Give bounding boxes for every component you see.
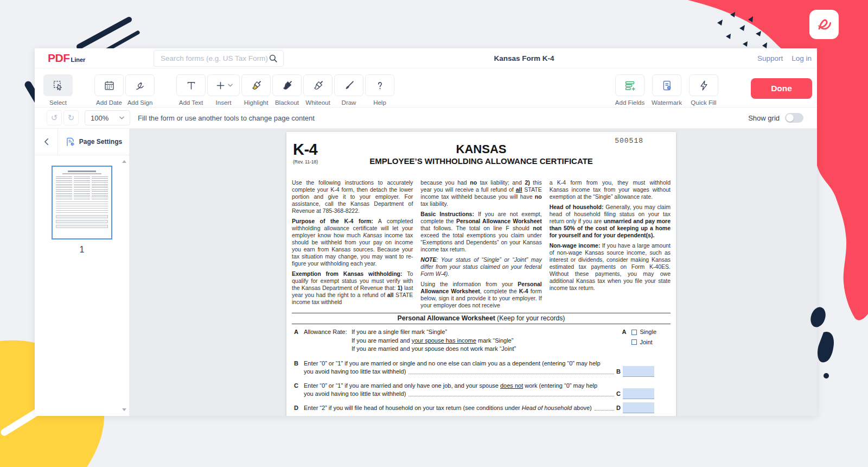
tool-label: Add Fields — [615, 99, 644, 106]
chevron-left-icon — [44, 138, 49, 146]
search-icon[interactable] — [268, 53, 278, 64]
logo-text-liner: Liner — [71, 56, 86, 63]
header-links: Support Log in — [757, 54, 812, 62]
instruction-column: because you had no tax liability; and 2)… — [420, 179, 541, 312]
tool-icon-box — [689, 74, 718, 96]
undo-icon: ↺ — [51, 113, 58, 123]
checkbox-joint[interactable]: Joint — [631, 338, 656, 347]
tool-draw-button[interactable]: Draw — [334, 74, 363, 106]
row-text-line: Enter “2” if you will file head of house… — [304, 404, 621, 412]
instruction-paragraph: a K-4 form from you, they must withhold … — [550, 179, 671, 200]
page-thumbnail[interactable] — [52, 166, 112, 239]
tool-add-sign-button[interactable]: Add Sign — [125, 74, 155, 106]
tool-icon-box — [334, 74, 363, 96]
undo-button[interactable]: ↺ — [47, 110, 62, 125]
tool-whiteout-button[interactable]: Whiteout — [303, 74, 333, 106]
pdf-page[interactable]: 500518 K-4 (Rev. 11-18) KANSAS EMPLOYEE’… — [286, 132, 676, 416]
tool-select-button[interactable]: Select — [43, 74, 73, 106]
instruction-column: a K-4 form from you, they must withhold … — [550, 179, 671, 312]
done-button[interactable]: Done — [751, 78, 812, 99]
tool-icon-box — [207, 74, 240, 96]
row-a-line: If you are married and your spouse does … — [294, 345, 671, 354]
search-input[interactable] — [154, 54, 268, 62]
entry-field-b[interactable] — [623, 366, 654, 377]
instruction-paragraph: because you had no tax liability; and 2)… — [420, 179, 541, 207]
thumb-field-row — [56, 225, 108, 228]
tool-icon-box — [272, 74, 302, 96]
thumb-subtitle-line — [62, 173, 101, 174]
show-grid-group: Show grid — [748, 113, 803, 123]
blackout-brush-icon — [282, 80, 293, 91]
form-revision: (Rev. 11-18) — [293, 159, 318, 165]
page-settings-tab[interactable]: Page Settings — [58, 129, 129, 155]
entry-field-c[interactable] — [623, 388, 654, 399]
login-link[interactable]: Log in — [792, 54, 812, 62]
tool-label: Blackout — [275, 99, 299, 106]
tool-label: Quick Fill — [691, 99, 716, 106]
tool-icon-box — [365, 74, 394, 96]
entry-field-d[interactable] — [623, 402, 654, 413]
tool-help-button[interactable]: Help — [365, 74, 394, 106]
logo-text-pdf: PDF — [48, 52, 70, 65]
add-fields-icon — [624, 80, 636, 91]
row-letter: C — [294, 382, 304, 398]
worksheet-section: Personal Allowance Worksheet (Keep for y… — [286, 312, 676, 416]
checkbox-single[interactable]: Single — [631, 328, 656, 337]
row-text-line: you avoid having too little tax withheld… — [304, 368, 621, 376]
collapse-sidebar-button[interactable] — [35, 129, 58, 155]
tool-add-fields-button[interactable]: Add Fields — [615, 74, 644, 106]
tool-label: Highlight — [244, 99, 269, 106]
row-end-letter: C — [616, 390, 621, 398]
dotted-leader — [409, 374, 614, 374]
app-header: PDF Liner Kansas Form K-4 Support Log in — [35, 48, 817, 68]
tool-icon-box — [94, 74, 124, 96]
instruction-paragraph: Use the following instructions to accura… — [292, 179, 413, 214]
scroll-up-arrow[interactable] — [122, 160, 126, 163]
tool-add-date-button[interactable]: Add Date — [94, 74, 124, 106]
dotted-leader — [409, 396, 614, 396]
support-link[interactable]: Support — [757, 54, 783, 62]
form-code: K-4 — [293, 141, 317, 159]
tool-add-text-button[interactable]: Add Text — [176, 74, 206, 106]
redo-icon: ↻ — [68, 113, 75, 123]
worksheet-title: Personal Allowance Worksheet (Keep for y… — [292, 313, 671, 324]
worksheet-row-b: BEnter “0” or “1” if you are married or … — [292, 359, 671, 376]
tool-icon-box — [303, 74, 333, 96]
tool-watermark-button[interactable]: Watermark — [652, 74, 681, 106]
scroll-down-arrow[interactable] — [122, 408, 126, 411]
pdfliner-logo[interactable]: PDF Liner — [48, 52, 85, 65]
checkbox-square[interactable] — [631, 330, 637, 335]
tool-label: Whiteout — [305, 99, 330, 106]
row-a-line: AAllowance Rate:If you are a single file… — [294, 328, 671, 337]
question-icon — [374, 80, 386, 91]
sidebar-header: Page Settings — [35, 129, 129, 155]
zoom-select[interactable]: 100% — [85, 110, 130, 125]
draw-brush-icon — [343, 80, 355, 91]
instruction-paragraph: Exemption from Kansas withholding: To qu… — [292, 270, 413, 306]
search-box — [154, 50, 284, 67]
tool-icon-box — [241, 74, 271, 96]
show-grid-toggle[interactable] — [785, 113, 803, 123]
checkbox-square[interactable] — [631, 339, 637, 345]
tool-blackout-button[interactable]: Blackout — [272, 74, 302, 106]
pdfliner-editor-screen: { "colors": { "accent_red": "#fb4a5b", "… — [0, 0, 868, 467]
tool-label: Select — [49, 99, 67, 106]
row-letter: B — [294, 359, 304, 376]
tool-icon-box — [615, 74, 644, 96]
redo-button[interactable]: ↻ — [63, 110, 79, 125]
tool-icon-box — [176, 74, 206, 96]
highlight-brush-icon — [251, 80, 262, 91]
tool-quick-fill-button[interactable]: Quick Fill — [689, 74, 718, 106]
tool-icon-box — [43, 74, 73, 96]
instruction-paragraph: Using the information from your Personal… — [420, 281, 541, 309]
thumbnail-panel: 1 — [35, 155, 129, 416]
instruction-column: Use the following instructions to accura… — [292, 179, 413, 312]
tool-highlight-button[interactable]: Highlight — [241, 74, 271, 106]
row-text-line: Enter “0” or “1” if you are married or s… — [304, 359, 621, 368]
row-end-letter: B — [616, 368, 621, 376]
watermark-icon — [661, 80, 673, 91]
tool-label: Help — [373, 99, 386, 106]
worksheet-row-d: DEnter “2” if you will file head of hous… — [292, 404, 671, 412]
toggle-knob — [786, 114, 794, 122]
tool-insert-button[interactable]: Insert — [207, 74, 240, 106]
